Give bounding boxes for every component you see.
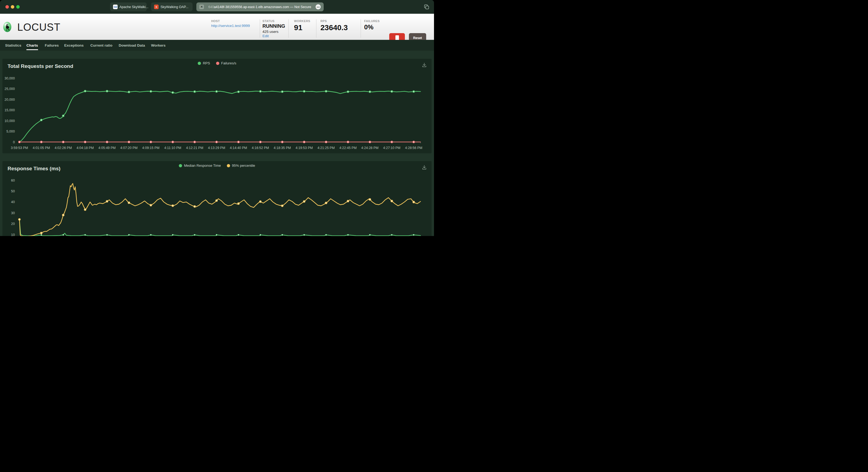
legend-label: Failures/s (221, 61, 236, 65)
app-header: LOCUST HOST http://service1.test:9999 ST… (0, 14, 434, 40)
divider (316, 20, 316, 38)
svg-text:30,000: 30,000 (5, 76, 15, 80)
legend-label: Median Response Time (184, 164, 221, 168)
tab-close-icon[interactable]: ✕ (199, 5, 204, 9)
close-window-button[interactable] (5, 5, 9, 9)
workers-label: WORKERS (294, 20, 310, 23)
svg-text:20,000: 20,000 (5, 98, 15, 102)
response-times-chart-canvas: 102030405060 (4, 172, 430, 236)
svg-text:5,000: 5,000 (6, 130, 15, 133)
tab-favicon-oap-icon: S (154, 5, 159, 9)
svg-text:4:02:26 PM: 4:02:26 PM (55, 146, 72, 150)
download-chart-icon[interactable] (422, 165, 427, 170)
svg-text:4:22:45 PM: 4:22:45 PM (339, 146, 356, 150)
download-chart-icon[interactable] (422, 62, 427, 68)
divider (361, 20, 361, 38)
svg-text:4:09:15 PM: 4:09:15 PM (142, 146, 159, 150)
svg-text:4:28:56 PM: 4:28:56 PM (405, 146, 423, 150)
legend-dot-icon (179, 164, 182, 167)
response-times-chart-legend: Median Response Time95% percentile (2, 164, 432, 168)
host-label: HOST (211, 20, 250, 23)
status-users: 425 users (262, 30, 285, 34)
locust-logo-icon (3, 22, 11, 32)
rps-chart-card: Total Requests per Second RPSFailures/s … (2, 59, 432, 153)
tab-overview-icon[interactable] (424, 4, 429, 10)
status-label: STATUS (262, 20, 285, 23)
edit-link[interactable]: Edit (262, 34, 285, 38)
svg-text:4:11:10 PM: 4:11:10 PM (164, 146, 181, 150)
legend-item-failures-s[interactable]: Failures/s (216, 61, 236, 65)
response-times-chart-card: Response Times (ms) Median Response Time… (2, 161, 432, 236)
svg-text:4:04:18 PM: 4:04:18 PM (76, 146, 94, 150)
svg-text:4:14:40 PM: 4:14:40 PM (230, 146, 247, 150)
browser-window: SW Apache SkyWalki... S SkyWalking OAP..… (0, 0, 434, 236)
svg-text:4:21:25 PM: 4:21:25 PM (317, 146, 335, 150)
rps-chart-canvas: 05,00010,00015,00020,00025,00030,0003:59… (4, 71, 430, 152)
svg-text:40: 40 (11, 200, 15, 204)
nav-item-download-data[interactable]: Download Data (119, 40, 145, 50)
nav-item-failures[interactable]: Failures (45, 40, 59, 50)
browser-tab-skywalking-ui[interactable]: SW Apache SkyWalki... (110, 2, 147, 11)
svg-text:25,000: 25,000 (5, 87, 15, 91)
svg-text:4:18:35 PM: 4:18:35 PM (274, 146, 291, 150)
svg-text:4:05:49 PM: 4:05:49 PM (98, 146, 116, 150)
locust-logo: LOCUST (3, 20, 57, 34)
divider (260, 20, 260, 38)
rps-label: RPS (320, 20, 348, 23)
browser-titlebar: SW Apache SkyWalki... S SkyWalking OAP..… (0, 0, 434, 14)
svg-text:3:59:53 PM: 3:59:53 PM (11, 146, 28, 150)
failures-label: FAILURES (364, 20, 380, 23)
legend-label: RPS (203, 61, 210, 65)
legend-dot-icon (216, 62, 219, 65)
nav-bar: StatisticsChartsFailuresExceptionsCurren… (0, 40, 434, 50)
svg-text:4:07:20 PM: 4:07:20 PM (120, 146, 137, 150)
brand-title: LOCUST (17, 21, 60, 33)
browser-tab-locust-active[interactable]: ✕ 640a4148f-381559556.ap-east-1.elb.amaz… (196, 2, 324, 11)
browser-tab-skywalking-oap[interactable]: S SkyWalking OAP... (151, 2, 193, 11)
svg-text:4:24:28 PM: 4:24:28 PM (361, 146, 378, 150)
nav-item-exceptions[interactable]: Exceptions (64, 40, 84, 50)
tab-label: Apache SkyWalki... (120, 5, 148, 9)
nav-item-workers[interactable]: Workers (151, 40, 166, 50)
maximize-window-button[interactable] (16, 5, 20, 9)
host-link[interactable]: http://service1.test:9999 (211, 24, 250, 28)
status-block: STATUS RUNNING 425 users Edit (262, 20, 285, 38)
failures-block: FAILURES 0% (364, 20, 380, 31)
svg-text:4:12:21 PM: 4:12:21 PM (186, 146, 204, 150)
nav-item-charts[interactable]: Charts (26, 40, 38, 50)
tab-url: 640a4148f-381559556.ap-east-1.elb.amazon… (206, 5, 314, 9)
legend-label: 95% percentile (232, 164, 255, 168)
tab-label: SkyWalking OAP... (160, 5, 189, 9)
svg-text:4:01:05 PM: 4:01:05 PM (33, 146, 50, 150)
svg-text:15,000: 15,000 (5, 108, 15, 112)
svg-text:60: 60 (11, 179, 15, 182)
svg-text:30: 30 (11, 211, 15, 215)
legend-item-median-response-time[interactable]: Median Response Time (179, 164, 221, 168)
svg-text:4:27:10 PM: 4:27:10 PM (383, 146, 401, 150)
workers-block: WORKERS 91 (294, 20, 310, 32)
svg-text:4:19:53 PM: 4:19:53 PM (296, 146, 313, 150)
nav-item-current-ratio[interactable]: Current ratio (90, 40, 113, 50)
minimize-window-button[interactable] (11, 5, 14, 9)
svg-text:4:16:52 PM: 4:16:52 PM (252, 146, 269, 150)
failures-value: 0% (364, 24, 380, 31)
svg-text:0: 0 (13, 140, 15, 144)
legend-dot-icon (227, 164, 230, 167)
rps-value: 23640.3 (320, 24, 348, 32)
rps-block: RPS 23640.3 (320, 20, 348, 32)
workers-value: 91 (294, 24, 310, 32)
svg-text:10,000: 10,000 (5, 119, 15, 123)
legend-item-rps[interactable]: RPS (198, 61, 210, 65)
tab-favicon-sw-icon: SW (113, 5, 118, 9)
host-block: HOST http://service1.test:9999 (211, 20, 250, 28)
legend-item-95-percentile[interactable]: 95% percentile (227, 164, 255, 168)
rps-chart-legend: RPSFailures/s (2, 61, 432, 65)
svg-text:50: 50 (11, 190, 15, 193)
svg-text:4:13:29 PM: 4:13:29 PM (208, 146, 225, 150)
svg-text:20: 20 (11, 222, 15, 226)
tab-options-icon[interactable]: ••• (316, 4, 321, 9)
divider (288, 20, 289, 38)
legend-dot-icon (198, 62, 201, 65)
nav-item-statistics[interactable]: Statistics (5, 40, 21, 50)
svg-text:10: 10 (11, 233, 15, 236)
